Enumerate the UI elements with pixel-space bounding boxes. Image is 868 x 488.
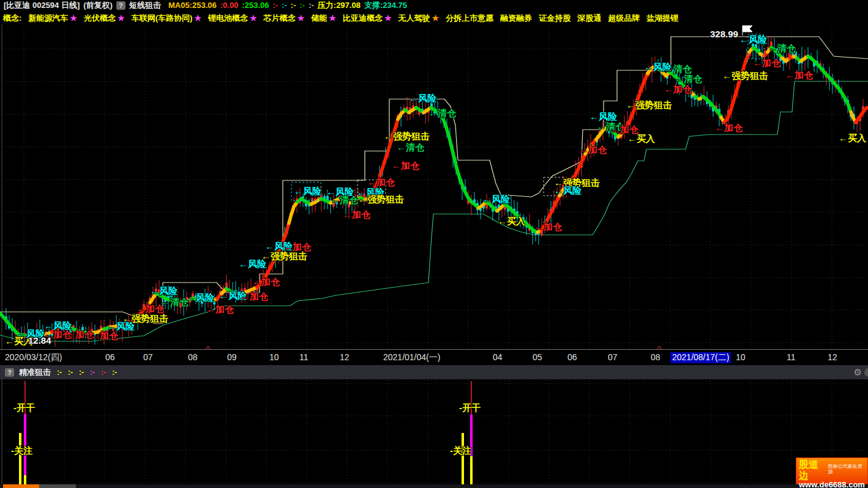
indicator-name: 短线狙击: [129, 0, 161, 11]
concept-tag[interactable]: 融资融券: [500, 13, 532, 23]
concept-tag[interactable]: 深股通: [577, 13, 601, 23]
help-icon[interactable]: ?: [116, 1, 125, 10]
concept-tag[interactable]: 比亚迪概念★: [343, 13, 392, 23]
date-label[interactable]: 08: [188, 352, 198, 362]
date-label[interactable]: 05: [533, 352, 542, 362]
indicator-value: MA05:253.06: [168, 1, 217, 10]
concept-tag[interactable]: 储能★: [311, 13, 336, 23]
indicator-value: 压力:297.08: [318, 1, 361, 10]
sub-indicator-title: 精准狙击: [19, 367, 51, 378]
date-label[interactable]: 10: [736, 352, 746, 362]
star-icon: ★: [194, 13, 201, 23]
date-label[interactable]: 09: [227, 352, 237, 362]
concept-tag[interactable]: 光伏概念★: [84, 13, 125, 23]
star-icon: ★: [384, 13, 392, 23]
sub-indicator-values: :-:-:-:-:-:-: [51, 368, 117, 377]
indicator-value: 支撑:234.75: [364, 1, 407, 10]
concept-tag[interactable]: 超级品牌: [608, 13, 640, 23]
stock-title: [比亚迪 002594 日线]: [4, 0, 80, 11]
star-icon: ★: [432, 13, 440, 23]
scrollbar-thumb[interactable]: [3, 484, 39, 488]
watermark-tagline: 指标公式量化资源: [828, 464, 865, 475]
concept-tag[interactable]: 证金持股: [539, 13, 571, 23]
star-icon: ★: [297, 13, 305, 23]
sub-indicator-value: :-: [90, 368, 95, 377]
star-icon: ★: [250, 13, 257, 23]
indicator-value: :0.00: [220, 1, 239, 10]
indicator-value: :-: [291, 1, 296, 10]
sub-indicator-value: :-: [68, 368, 73, 377]
date-label-selected[interactable]: 2021/08/17(二): [670, 352, 731, 363]
settings-gear-icon[interactable]: ⚙: [854, 367, 862, 378]
concept-tag[interactable]: 锂电池概念★: [208, 13, 257, 23]
date-label[interactable]: 2021/01/04(一): [383, 352, 440, 363]
concept-tag[interactable]: 新能源汽车★: [28, 13, 77, 23]
concept-list: 新能源汽车★光伏概念★车联网(车路协同)★锂电池概念★芯片概念★储能★比亚迪概念…: [21, 13, 678, 24]
sub-indicator-chart[interactable]: [0, 379, 868, 484]
sub-indicator-value: :-: [112, 368, 117, 377]
date-label[interactable]: 12: [828, 352, 837, 362]
adjustment-mode: (前复权): [83, 0, 113, 11]
watermark-url: www.de6688.com: [799, 481, 865, 488]
watermark-brand: 股道边: [799, 459, 826, 481]
indicator-value: :-: [272, 1, 278, 10]
date-label[interactable]: 06: [567, 352, 577, 362]
concept-tag[interactable]: 分拆上市意愿: [446, 13, 493, 23]
date-label[interactable]: 08: [651, 352, 660, 362]
date-label[interactable]: 04: [493, 352, 503, 362]
indicator-value: :-: [299, 1, 305, 10]
date-label[interactable]: 06: [105, 352, 115, 362]
sub-indicator-header: ? 精准狙击 :-:-:-:-:-:- ⚙: [0, 365, 868, 379]
concept-tag[interactable]: 盐湖提锂: [646, 13, 678, 23]
scrollbar[interactable]: [0, 484, 868, 488]
sub-help-icon[interactable]: ?: [5, 368, 14, 377]
date-label[interactable]: 11: [787, 352, 796, 362]
concept-tag[interactable]: 芯片概念★: [264, 13, 305, 23]
sub-indicator-value: :-: [101, 368, 106, 377]
indicator-value: :-: [309, 1, 314, 10]
watermark-ad: 股道边 指标公式量化资源 www.de6688.com: [796, 457, 868, 484]
panel-menu-icon[interactable]: [864, 368, 868, 377]
scrollbar-ghost[interactable]: [39, 484, 76, 488]
sub-indicator-value: :-: [57, 368, 62, 377]
indicator-values: MA05:253.06:0.00:253.06:-:-:-:-:-压力:297.…: [165, 0, 407, 11]
date-label[interactable]: 07: [608, 352, 618, 362]
sub-indicator-value: :-: [79, 368, 84, 377]
date-label[interactable]: 11: [299, 352, 309, 362]
main-candlestick-chart[interactable]: [0, 24, 868, 350]
trading-app-window: [比亚迪 002594 日线] (前复权) ? 短线狙击 MA05:253.06…: [0, 0, 868, 488]
date-label[interactable]: 10: [269, 352, 279, 362]
title-bar: [比亚迪 002594 日线] (前复权) ? 短线狙击 MA05:253.06…: [0, 0, 868, 11]
date-label[interactable]: 07: [143, 352, 153, 362]
concept-tag[interactable]: 无人驾驶★: [398, 13, 440, 23]
concept-bar: 概念: 新能源汽车★光伏概念★车联网(车路协同)★锂电池概念★芯片概念★储能★比…: [0, 12, 868, 24]
concept-tag[interactable]: 车联网(车路协同)★: [132, 13, 201, 23]
star-icon: ★: [118, 13, 125, 23]
indicator-value: :253.06: [242, 1, 269, 10]
star-icon: ★: [70, 13, 77, 23]
star-icon: ★: [329, 13, 336, 23]
date-label[interactable]: 2020/03/12(四): [5, 352, 62, 363]
date-label[interactable]: 12: [340, 352, 350, 362]
date-axis: 2020/03/12(四)060708091011122021/01/04(一)…: [0, 349, 868, 366]
indicator-value: :-: [282, 1, 287, 10]
concept-prefix: 概念:: [3, 13, 21, 24]
